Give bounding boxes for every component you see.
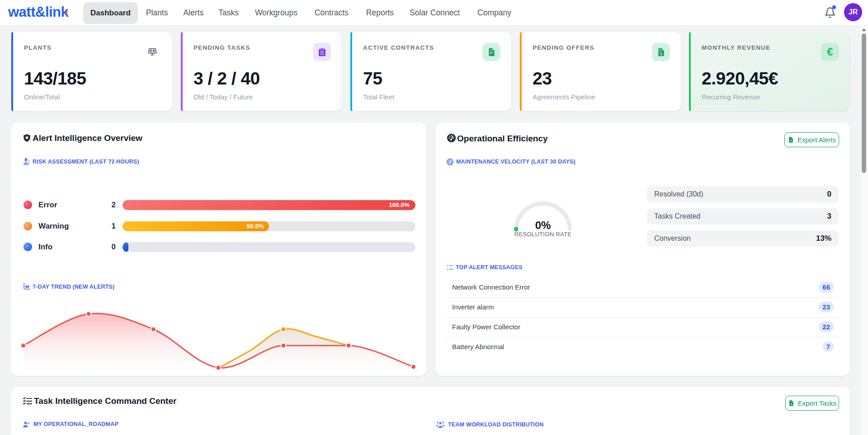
svg-text:$: $	[660, 51, 662, 56]
svg-text:2: 2	[447, 268, 448, 271]
svg-text:x: x	[790, 402, 792, 405]
svg-text:x: x	[790, 139, 792, 142]
svg-text:1: 1	[447, 264, 448, 267]
